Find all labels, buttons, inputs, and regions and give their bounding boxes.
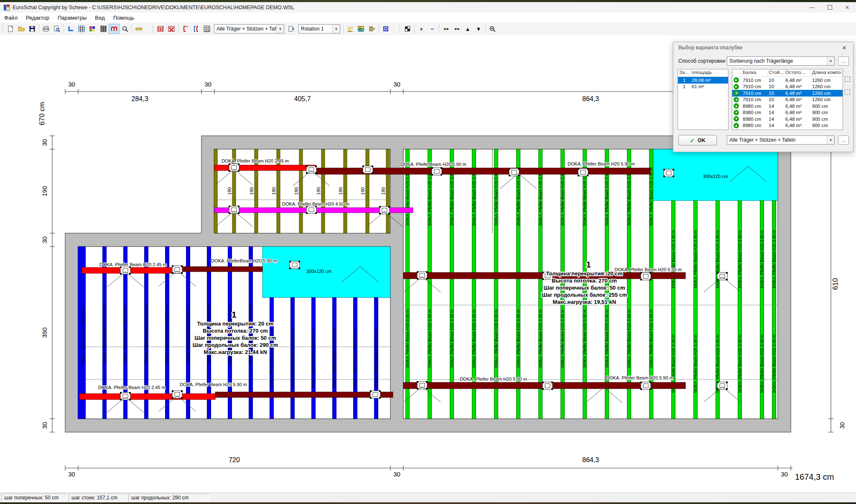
table-delete-button[interactable] xyxy=(166,24,177,34)
prop-symbol[interactable] xyxy=(120,392,130,400)
beam-row[interactable]: ◄7910 cm106,48 m²1260 cm xyxy=(732,97,843,103)
column-header[interactable]: Стой... xyxy=(767,69,784,76)
column-header[interactable]: За... xyxy=(678,69,690,76)
prop-symbol[interactable] xyxy=(417,272,427,279)
column-header[interactable]: площадь xyxy=(690,69,727,76)
titlebar[interactable]: EuroSchal Copyright by Schewe - C:\USERS… xyxy=(0,2,856,13)
panels-button[interactable] xyxy=(87,24,98,34)
prop-symbol[interactable] xyxy=(363,166,373,173)
filter-combo[interactable]: Alle Träger + Stützen + Tafeln ▼ xyxy=(727,135,835,145)
cross-beam-olive[interactable] xyxy=(366,149,369,233)
corner-button[interactable] xyxy=(65,24,76,34)
variant-row[interactable]: 128,08 m² xyxy=(678,77,728,84)
zoom-out-step-button[interactable]: − xyxy=(427,24,438,34)
props-edit-button[interactable] xyxy=(191,24,201,34)
beam-row[interactable]: ▲8980 cm146,48 m²900 cm xyxy=(732,103,843,109)
beam-row[interactable]: ▼8980 cm146,48 m²900 cm xyxy=(732,116,843,122)
layer-panels-button[interactable]: T1T2 xyxy=(356,24,367,34)
beam-row[interactable]: ►7910 cm106,48 m²1260 cm xyxy=(732,84,843,90)
column-header[interactable]: Балка xyxy=(741,69,767,76)
save-button[interactable] xyxy=(27,24,38,34)
cross-beam-olive[interactable] xyxy=(299,149,303,233)
menu-item-3[interactable]: Вид xyxy=(91,13,109,23)
column-header[interactable]: Остато... xyxy=(784,69,811,76)
prop-symbol[interactable] xyxy=(543,382,553,389)
grid-button[interactable] xyxy=(76,24,87,34)
ruler-button[interactable] xyxy=(133,24,144,34)
prop-symbol[interactable] xyxy=(641,272,651,280)
prop-symbol[interactable] xyxy=(306,166,316,173)
primary-beam[interactable] xyxy=(79,394,215,400)
open-button[interactable] xyxy=(16,24,27,34)
scroll-up-button[interactable]: ▲ xyxy=(462,24,473,34)
cross-beam-olive[interactable] xyxy=(386,149,390,233)
zoom-in-step-button[interactable]: + xyxy=(416,24,427,34)
column-header[interactable]: Длина компо... xyxy=(811,69,843,76)
menu-item-0[interactable]: Файл xyxy=(0,13,22,23)
prop-symbol[interactable] xyxy=(370,391,380,398)
primary-beam[interactable] xyxy=(179,267,262,272)
beams-button[interactable] xyxy=(98,24,109,34)
dialog-titlebar[interactable]: Выбор варианта опалубки xyxy=(673,42,853,53)
cross-beam-olive[interactable] xyxy=(344,149,347,233)
filter-more-button[interactable]: ... xyxy=(838,135,849,145)
prop-symbol[interactable] xyxy=(664,169,674,177)
toolbar-drag-handle[interactable] xyxy=(1,24,4,33)
print-button[interactable] xyxy=(41,24,51,34)
prop-symbol[interactable] xyxy=(641,382,651,389)
prop-symbol[interactable] xyxy=(172,266,182,273)
prop-symbol[interactable] xyxy=(229,164,239,171)
menu-item-4[interactable]: Помощь xyxy=(109,13,138,23)
sort-combo[interactable]: Sortierung nach Trägerlänge ▼ xyxy=(727,56,835,66)
grid-table-button[interactable] xyxy=(201,24,212,34)
prop-symbol[interactable] xyxy=(509,168,519,176)
scroll-down-button[interactable]: ▼ xyxy=(473,24,484,34)
zoom-window-button[interactable] xyxy=(487,24,498,34)
cross-beam-olive[interactable] xyxy=(321,149,325,233)
apply-view-button[interactable] xyxy=(286,24,297,34)
ok-button[interactable]: ✓ OK xyxy=(678,135,717,145)
beam-row[interactable]: ▲8980 cm146,48 m²900 cm xyxy=(732,122,843,129)
primary-beam[interactable] xyxy=(215,392,393,397)
layer-beams-button[interactable] xyxy=(367,24,377,34)
toolbar-drag-handle[interactable] xyxy=(398,24,401,33)
beam-row[interactable]: ▼8980 cm146,48 m²900 cm xyxy=(732,109,843,116)
new-button[interactable] xyxy=(5,24,16,34)
dialog-close-icon[interactable]: ✕ xyxy=(838,43,851,52)
prop-symbol[interactable] xyxy=(717,272,727,280)
beam-row[interactable]: ►7910 cm106,48 m²1260 cm xyxy=(732,77,843,84)
column-header[interactable] xyxy=(732,69,741,76)
print-preview-button[interactable] xyxy=(51,24,62,34)
chevron-down-icon[interactable]: ▼ xyxy=(276,25,284,33)
table-beams-button[interactable] xyxy=(155,24,166,34)
view-filter-combo[interactable]: Alle Träger + Stützen + Tafeln▼ xyxy=(214,24,284,33)
prop-symbol[interactable] xyxy=(120,267,130,274)
pan-button[interactable] xyxy=(402,24,413,34)
frame-blue-button[interactable] xyxy=(380,24,391,34)
maximize-button[interactable] xyxy=(821,2,838,13)
prop-symbol[interactable] xyxy=(229,206,239,214)
beam-row[interactable]: ◄7910 cm106,48 m²1260 cm xyxy=(732,90,843,97)
chevron-down-icon[interactable]: ▼ xyxy=(332,25,340,33)
cross-beam-olive[interactable] xyxy=(214,149,217,233)
prop-symbol[interactable] xyxy=(432,168,442,175)
minimize-button[interactable]: — xyxy=(803,2,821,13)
close-button[interactable]: ✕ xyxy=(838,2,856,13)
prop-symbol[interactable] xyxy=(417,382,427,389)
scroll-horizontal-button[interactable]: ◄► xyxy=(441,24,451,34)
rotation-combo[interactable]: Rotation 1▼ xyxy=(298,24,340,33)
chevron-down-icon[interactable]: ▼ xyxy=(827,136,834,144)
prop-symbol[interactable] xyxy=(578,168,588,176)
sort-more-button[interactable]: ... xyxy=(838,56,849,66)
variant-row[interactable]: 161 m² xyxy=(678,84,728,90)
zoom-button[interactable] xyxy=(120,24,130,34)
layer-lines-button[interactable] xyxy=(345,24,356,34)
prop-symbol[interactable] xyxy=(717,382,727,389)
prop-symbol[interactable] xyxy=(306,206,316,214)
prop-symbol[interactable] xyxy=(380,206,390,214)
menu-item-1[interactable]: Редактор xyxy=(22,13,54,23)
scroll-horizontal2-button[interactable]: ◄► xyxy=(451,24,462,34)
props-add-button[interactable] xyxy=(180,24,191,34)
toolbar-drag-handle[interactable] xyxy=(151,24,154,33)
prop-symbol[interactable] xyxy=(172,391,182,398)
